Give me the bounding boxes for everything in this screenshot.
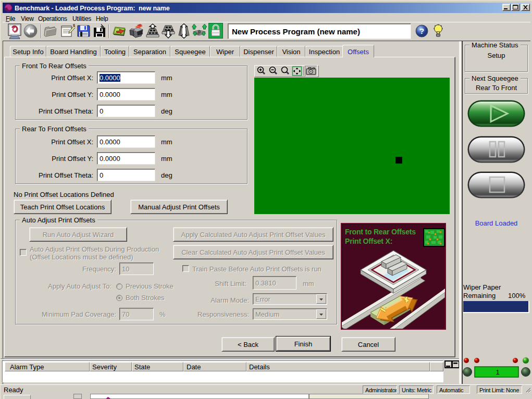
svg-text:?: ? [419,27,424,35]
svg-text:1: 1 [496,368,499,376]
